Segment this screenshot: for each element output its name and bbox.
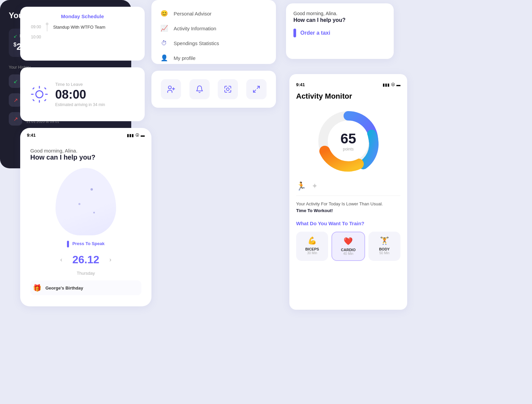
train-item-biceps[interactable]: 💪 BICEPS 30 Min bbox=[296, 232, 328, 261]
signal-icon: ▮▮▮ bbox=[127, 133, 134, 138]
menu-label-spendings: Spendings Statistics bbox=[174, 40, 219, 46]
monday-title: Monday Schedule bbox=[28, 13, 137, 19]
spent-icon-2: ↗ bbox=[13, 97, 18, 103]
birthday-event: 🎁 George's Birthday bbox=[30, 280, 141, 295]
time-to-leave-card: Time to Leave 08:00 Estimated arriving i… bbox=[20, 67, 145, 121]
activity-clock: 9:41 bbox=[296, 82, 305, 87]
voice-dot-top bbox=[293, 29, 296, 37]
train-item-body[interactable]: 🏋️ BODY 50 Min bbox=[368, 232, 400, 261]
event-label: Standup With WTFO Team bbox=[53, 25, 105, 30]
morning-top-card: Good morning, Alina. How can I help you?… bbox=[286, 3, 394, 59]
current-date: 26.12 bbox=[72, 254, 99, 266]
expand-icon[interactable] bbox=[246, 79, 267, 99]
train-item-cardio[interactable]: ❤️ CARDIO 40 Min bbox=[331, 232, 365, 261]
menu-card: 😊 Personal Advisor 📈 Activity Informatio… bbox=[151, 0, 276, 64]
battery-icon: ▬ bbox=[141, 133, 145, 138]
activity-battery-icon: ▬ bbox=[396, 82, 400, 87]
menu-item-profile[interactable]: 👤 My profile bbox=[159, 50, 268, 65]
sun-icon bbox=[30, 85, 49, 104]
taxi-button[interactable]: Order a taxi bbox=[300, 30, 330, 36]
spent-icon-3: ↗ bbox=[13, 116, 18, 122]
arrival-estimate: Estimated arriving in 34 min bbox=[55, 102, 105, 107]
svg-line-4 bbox=[257, 86, 259, 89]
biceps-label: BICEPS bbox=[299, 247, 325, 251]
running-icon: 🏃 bbox=[296, 181, 306, 191]
svg-line-5 bbox=[253, 90, 256, 92]
body-label: BODY bbox=[372, 247, 397, 251]
time-end: 10:00 bbox=[28, 35, 41, 39]
status-icons: ▮▮▮ ⦿ ▬ bbox=[127, 133, 145, 138]
svg-point-3 bbox=[226, 88, 229, 91]
activity-donut-chart: 65 points bbox=[315, 107, 382, 175]
activity-signal-icon: ▮▮▮ bbox=[383, 82, 390, 87]
activity-points: 65 bbox=[341, 131, 356, 147]
phone-left-card: 9:41 ▮▮▮ ⦿ ▬ Good morning, Alina. How ca… bbox=[20, 128, 151, 306]
activity-icon: 📈 bbox=[159, 24, 169, 33]
activity-status-icons: ▮▮▮ ⦿ ▬ bbox=[383, 82, 400, 87]
points-label: points bbox=[341, 147, 356, 152]
svg-point-0 bbox=[169, 86, 172, 89]
menu-label-activity: Activity Information bbox=[174, 26, 216, 31]
day-label: Thursday bbox=[30, 271, 141, 276]
face-scan-icon[interactable] bbox=[218, 79, 238, 99]
workout-call-to-action: Time To Workout! bbox=[296, 208, 333, 213]
date-navigator: ‹ 26.12 › bbox=[30, 254, 141, 266]
phone-question: How can I help you? bbox=[30, 154, 141, 161]
time-start: 09:00 bbox=[28, 25, 41, 29]
morning-question-top: How can I help you? bbox=[293, 17, 386, 24]
activity-monitor-card: 9:41 ▮▮▮ ⦿ ▬ Activity Monitor bbox=[289, 74, 407, 310]
activity-title: Activity Monitor bbox=[296, 92, 400, 101]
next-date-arrow[interactable]: › bbox=[109, 256, 111, 263]
menu-item-personal-advisor[interactable]: 😊 Personal Advisor bbox=[159, 6, 268, 21]
earned-arrow-icon: ↙ bbox=[13, 33, 17, 39]
nav-icons-card bbox=[151, 71, 276, 108]
menu-item-spendings[interactable]: ⏱ Spendings Statistics bbox=[159, 36, 268, 50]
body-time: 50 Min bbox=[372, 251, 397, 255]
phone-greeting: Good morning, Alina. bbox=[30, 148, 141, 154]
biceps-icon: 💪 bbox=[299, 236, 325, 245]
train-title: What Do You Want To Train? bbox=[296, 221, 400, 226]
voice-orb[interactable] bbox=[56, 168, 116, 235]
departure-time: 08:00 bbox=[55, 88, 105, 102]
body-icon: 🏋️ bbox=[372, 236, 397, 245]
personal-advisor-icon: 😊 bbox=[159, 9, 169, 18]
speak-dot bbox=[67, 241, 69, 247]
donut-center: 65 points bbox=[341, 131, 356, 152]
prev-date-arrow[interactable]: ‹ bbox=[60, 256, 62, 263]
activity-star-icon: ✦ bbox=[312, 182, 318, 191]
menu-label-profile: My profile bbox=[174, 55, 196, 61]
cardio-time: 40 Min bbox=[335, 252, 361, 256]
phone-clock: 9:41 bbox=[27, 133, 36, 138]
activity-wifi-icon: ⦿ bbox=[391, 82, 395, 87]
menu-label-personal-advisor: Personal Advisor bbox=[174, 11, 212, 16]
status-bar: 9:41 ▮▮▮ ⦿ ▬ bbox=[27, 133, 145, 138]
add-user-nav-icon[interactable] bbox=[161, 79, 181, 99]
biceps-time: 30 Min bbox=[299, 251, 325, 255]
time-to-leave-label: Time to Leave bbox=[55, 82, 105, 87]
gift-icon: 🎁 bbox=[33, 284, 41, 292]
profile-icon: 👤 bbox=[159, 53, 169, 63]
activity-icons-row: 🏃 ✦ bbox=[296, 181, 400, 196]
monday-schedule-card: Monday Schedule 09:00 Standup With WTFO … bbox=[20, 7, 145, 61]
menu-item-activity[interactable]: 📈 Activity Information bbox=[159, 21, 268, 36]
spendings-icon: ⏱ bbox=[159, 38, 169, 48]
train-items: 💪 BICEPS 30 Min ❤️ CARDIO 40 Min 🏋️ BODY… bbox=[296, 232, 400, 261]
morning-greeting-top: Good morning, Alina. bbox=[293, 11, 386, 16]
bell-nav-icon[interactable] bbox=[189, 79, 210, 99]
cardio-label: CARDIO bbox=[335, 248, 361, 252]
cardio-icon: ❤️ bbox=[335, 237, 361, 246]
press-to-speak[interactable]: Press To Speak bbox=[30, 241, 141, 247]
birthday-name: George's Birthday bbox=[45, 285, 83, 291]
wifi-icon: ⦿ bbox=[135, 133, 139, 138]
activity-alert: Your Activity For Today Is Lower Than Us… bbox=[296, 201, 400, 214]
earned-icon-1: ↙ bbox=[13, 78, 18, 85]
